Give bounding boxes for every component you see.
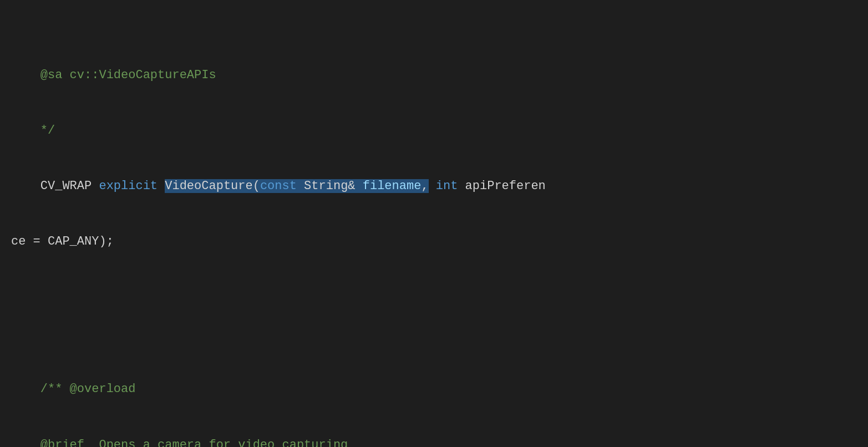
line-overload: /** @overload xyxy=(0,380,868,399)
line-cv-wrap-1: CV_WRAP explicit VideoCapture(const Stri… xyxy=(0,177,868,196)
line-comment-end-1: */ xyxy=(0,121,868,140)
line-empty-1 xyxy=(0,306,868,325)
code-view: @sa cv::VideoCaptureAPIs */ CV_WRAP expl… xyxy=(0,0,868,447)
line-ce: ce = CAP_ANY); xyxy=(0,232,868,251)
line-sa-1: @sa cv::VideoCaptureAPIs xyxy=(0,66,868,85)
line-brief: @brief Opens a camera for video capturin… xyxy=(0,436,868,447)
